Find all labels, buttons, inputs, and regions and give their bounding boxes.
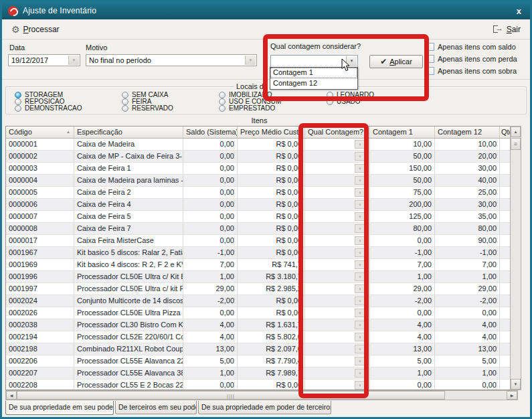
table-row[interactable]: 0000007Caixa de Feira 50,00R$ 0,00125,00… <box>6 211 510 223</box>
horizontal-scrollbar[interactable]: ◀ |||| ▶ <box>5 390 518 400</box>
scroll-left-arrow[interactable]: ◀ <box>6 391 17 400</box>
table-row[interactable]: 0002208Processador CL55 E 2 Bocas 220,0,… <box>6 380 510 390</box>
contagem-dropdown-button[interactable] <box>355 297 365 305</box>
cell-qc[interactable] <box>305 331 370 343</box>
radio-icon[interactable] <box>122 105 128 112</box>
column-header-4[interactable]: Preço Médio Custo <box>238 127 305 138</box>
table-row[interactable]: 0000017Caixa Feira MisterCase0,00R$ 0,00… <box>6 235 510 247</box>
table-row[interactable]: 0000004Caixa de Madeira para laminas -0,… <box>6 175 510 187</box>
cell-qc[interactable] <box>305 199 370 211</box>
dropdown-option-2[interactable]: Contagem 12 <box>270 78 357 89</box>
tab-3[interactable]: De sua propriedade em poder de terceiros <box>198 401 331 414</box>
radio-icon[interactable] <box>122 98 128 105</box>
contagem-dropdown-button[interactable] <box>355 272 365 281</box>
vertical-scroll-thumb[interactable]: ≡ <box>511 138 521 150</box>
cell-qc[interactable] <box>305 211 370 223</box>
aplicar-button[interactable]: ✔ Aplicar <box>369 55 423 68</box>
cell-qc[interactable] <box>305 283 370 295</box>
cell-qc[interactable] <box>305 223 370 235</box>
tab-1[interactable]: De sua propriedade em seu poder <box>5 401 114 415</box>
table-row[interactable]: 0002024Conjunto Multicorte de 14 discos-… <box>6 295 510 307</box>
contagem-dropdown-button[interactable] <box>355 152 365 161</box>
cell-qc[interactable] <box>305 139 370 151</box>
cell-qc[interactable] <box>305 319 370 331</box>
radio-icon[interactable] <box>219 98 226 105</box>
table-row[interactable]: 0000002Caixa de MP - Caixa de Feira 3- M… <box>6 151 510 163</box>
column-header-8[interactable]: Qtd. <box>500 127 510 138</box>
scroll-up-arrow[interactable]: ▲ <box>511 127 521 137</box>
checkbox-3[interactable]: Apenas itens com sobra <box>426 66 517 76</box>
contagem-dropdown-button[interactable] <box>355 188 365 197</box>
column-header-6[interactable]: Contagem 1 <box>370 127 435 138</box>
cell-qc[interactable] <box>305 343 370 355</box>
contagem-dropdown-button[interactable] <box>355 176 365 185</box>
cell-qc[interactable] <box>305 367 370 380</box>
radio-icon[interactable] <box>15 105 21 112</box>
radio-icon[interactable] <box>219 92 226 98</box>
cell-qc[interactable] <box>305 271 370 283</box>
table-row[interactable]: 0000001Caixa de Madeira0,00R$ 0,0010,001… <box>6 139 510 151</box>
motivo-field[interactable]: No final no período ▼ <box>86 54 257 66</box>
table-row[interactable]: 0000008Caixa de Feira 70,00R$ 0,0080,008… <box>6 223 510 235</box>
radio-emprestado[interactable]: EMPRESTADO <box>219 105 275 112</box>
scroll-down-arrow[interactable]: ▼ <box>511 379 521 390</box>
checkbox-box[interactable] <box>426 43 434 51</box>
cell-qc[interactable] <box>305 175 370 187</box>
contagem-dropdown-button[interactable] <box>355 284 365 293</box>
cell-qc[interactable] <box>305 163 370 175</box>
column-header-1[interactable]: Código▲ <box>6 127 74 138</box>
column-header-5[interactable]: Qual Contagem? <box>305 127 370 138</box>
radio-icon[interactable] <box>122 92 128 98</box>
cell-qc[interactable] <box>305 151 370 163</box>
cell-qc[interactable] <box>305 380 370 390</box>
horizontal-scroll-thumb[interactable]: |||| <box>17 391 445 400</box>
radio-usado[interactable]: USADO <box>327 98 361 105</box>
table-row[interactable]: 0002038Processador CL30 Bistro Com Kit:4… <box>6 319 510 331</box>
cell-qc[interactable] <box>305 235 370 247</box>
cell-qc[interactable] <box>305 187 370 199</box>
contagem-dropdown-button[interactable] <box>355 321 365 329</box>
column-header-3[interactable]: Saldo (Sistema) <box>183 127 238 138</box>
table-row[interactable]: 0001996Processador CL50E Ultra c/ Kit Ba… <box>6 271 510 283</box>
table-row[interactable]: 0000005Caixa de Feira 20,00R$ 0,0075,002… <box>6 187 510 199</box>
data-field[interactable]: 19/12/2017 ▼ <box>8 54 80 66</box>
contagem-dropdown-button[interactable] <box>355 200 365 209</box>
radio-icon[interactable] <box>15 92 21 98</box>
checkbox-box[interactable] <box>426 55 434 63</box>
contagem-dropdown-button[interactable] <box>355 369 365 378</box>
checkbox-box[interactable] <box>426 67 434 75</box>
table-row[interactable]: 0001997Processador CL50E Ultra c/ kit F2… <box>6 283 510 295</box>
table-row[interactable]: 0001967Kit basico 5 discos: Ralar 2, Fat… <box>6 247 510 259</box>
table-row[interactable]: 0002206Processador CL55E Alavanca 2205,0… <box>6 355 510 367</box>
table-row[interactable]: 0002207Processador CL55E Alavanca 3801,0… <box>6 367 510 380</box>
scroll-right-arrow[interactable]: ▶ <box>507 391 517 400</box>
radio-reservado[interactable]: RESERVADO <box>122 105 173 112</box>
cell-qc[interactable] <box>305 259 370 271</box>
contagem-dropdown-button[interactable] <box>355 164 365 173</box>
checkbox-1[interactable]: Apenas itens com saldo <box>426 42 516 52</box>
checkbox-2[interactable]: Apenas itens com perda <box>426 54 517 64</box>
table-row[interactable]: 0002198Combinado R211XL Robot Coupe13,00… <box>6 343 510 355</box>
contagem-dropdown-button[interactable] <box>355 345 365 353</box>
radio-icon[interactable] <box>15 98 21 105</box>
contagem-dropdown-button[interactable] <box>355 357 365 365</box>
column-header-7[interactable]: Contagem 12 <box>435 127 500 138</box>
cell-qc[interactable] <box>305 307 370 319</box>
contagem-dropdown-button[interactable] <box>355 333 365 341</box>
vertical-scrollbar[interactable]: ▲ ≡ ▼ <box>510 126 521 390</box>
radio-demonstracao[interactable]: DEMONSTRACAO <box>15 105 82 112</box>
tab-2[interactable]: De terceiros em seu poder <box>115 401 197 414</box>
table-row[interactable]: 0002194Processador CL52E 220/60/1 Cor4,0… <box>6 331 510 343</box>
table-row[interactable]: 0000006Caixa de Feira 40,00R$ 0,00200,00… <box>6 199 510 211</box>
cell-qc[interactable] <box>305 355 370 367</box>
table-row[interactable]: 0000003Caixa de Feira 10,00R$ 0,00150,00… <box>6 163 510 175</box>
chevron-down-icon[interactable]: ▼ <box>68 56 79 65</box>
cell-qc[interactable] <box>305 247 370 259</box>
sair-button[interactable]: → Sair <box>490 23 524 36</box>
contagem-dropdown-button[interactable] <box>355 224 365 233</box>
cell-qc[interactable] <box>305 295 370 307</box>
radio-icon[interactable] <box>327 92 333 98</box>
contagem-dropdown-button[interactable] <box>355 212 365 221</box>
table-row[interactable]: 0001969Kit basico 4 discos: R 2, F 2 e K… <box>6 259 510 271</box>
contagem-dropdown-button[interactable] <box>355 381 365 390</box>
